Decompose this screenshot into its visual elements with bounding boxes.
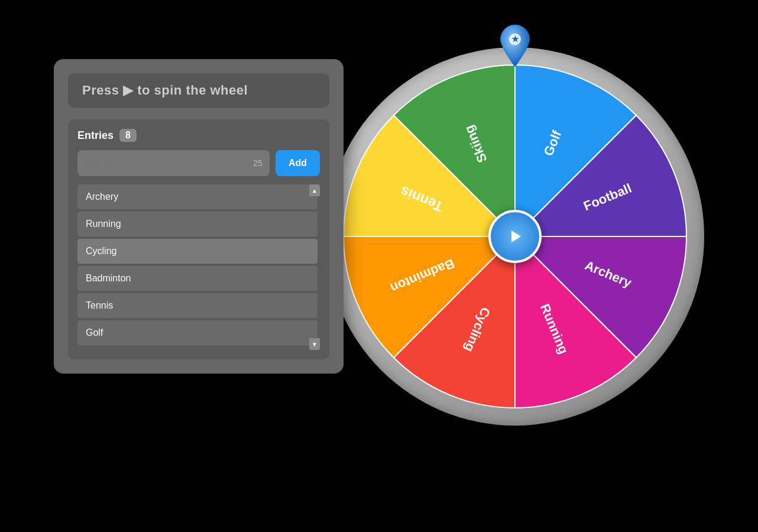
wheel-center-button[interactable] — [488, 210, 542, 263]
list-item[interactable]: Running — [77, 212, 318, 236]
list-item[interactable]: Golf — [77, 320, 318, 345]
wheel-area: ★ Golf Football Archery Running — [308, 30, 722, 443]
entries-count: 8 — [119, 129, 137, 142]
list-item[interactable]: Tennis — [77, 293, 318, 318]
entries-header: Entries 8 — [77, 129, 320, 142]
entries-section: Entries 8 25 Add ▲ Archery Running Cycli… — [68, 119, 329, 359]
add-entry-row: 25 Add — [77, 150, 320, 176]
svg-marker-10 — [511, 231, 521, 242]
list-item[interactable]: Badminton — [77, 266, 318, 291]
spin-button[interactable]: Press ▶ to spin the wheel — [68, 73, 329, 108]
list-item[interactable]: Archery — [77, 184, 318, 209]
svg-text:★: ★ — [511, 34, 519, 44]
entries-list[interactable]: Archery Running Cycling Badminton Tennis… — [77, 184, 320, 350]
entries-list-wrap: ▲ Archery Running Cycling Badminton Tenn… — [77, 184, 320, 350]
scroll-down-button[interactable]: ▼ — [309, 338, 320, 350]
entries-label: Entries — [77, 129, 114, 142]
wheel-pointer: ★ — [499, 24, 532, 68]
char-count: 25 — [253, 158, 263, 168]
add-entry-input[interactable] — [85, 158, 248, 168]
left-panel: Press ▶ to spin the wheel Entries 8 25 A… — [54, 59, 344, 374]
main-container: Press ▶ to spin the wheel Entries 8 25 A… — [54, 30, 704, 502]
scroll-up-button[interactable]: ▲ — [309, 184, 320, 196]
add-entry-input-wrap: 25 — [77, 150, 270, 176]
pointer-pin-svg: ★ — [499, 24, 532, 68]
wheel-outer: Golf Football Archery Running Cycling Ba… — [326, 47, 704, 426]
add-button[interactable]: Add — [276, 150, 320, 176]
play-icon — [504, 226, 526, 247]
list-item[interactable]: Cycling — [77, 239, 318, 264]
